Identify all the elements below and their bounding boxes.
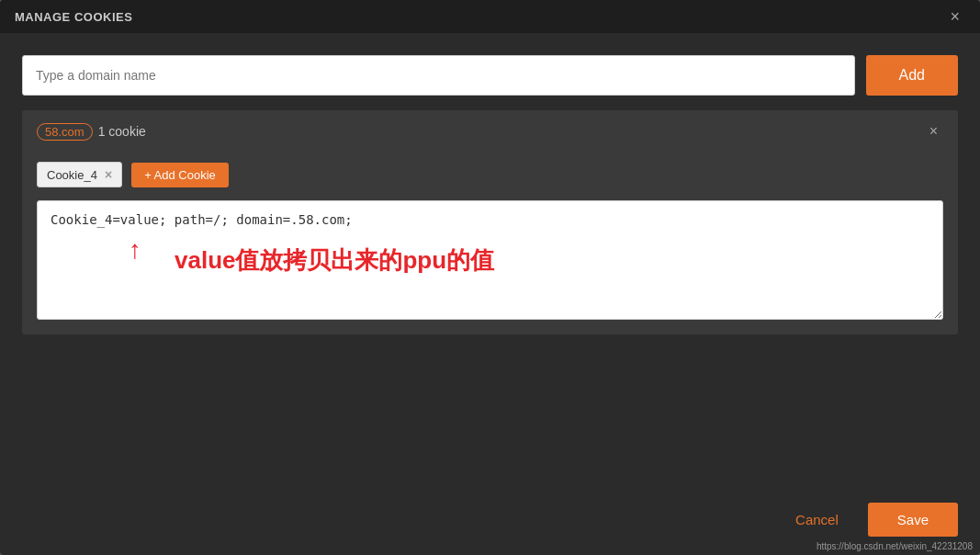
cookie-count: 1 cookie [98, 124, 146, 139]
modal-body: Add 58.com 1 cookie × Cookie_4 × [0, 33, 980, 495]
domain-input-row: Add [22, 55, 958, 96]
modal-title: MANAGE COOKIES [15, 10, 132, 24]
add-cookie-button[interactable]: + Add Cookie [131, 163, 229, 187]
cookie-tag-remove[interactable]: × [105, 167, 112, 182]
cookie-tag-name: Cookie_4 [47, 168, 97, 182]
domain-close-button[interactable]: × [924, 121, 943, 142]
url-watermark: https://blog.csdn.net/weixin_42231208 [817, 541, 973, 551]
cookie-tags-row: Cookie_4 × + Add Cookie [22, 153, 958, 197]
cancel-button[interactable]: Cancel [777, 503, 857, 537]
domain-section: 58.com 1 cookie × Cookie_4 × + Add Cooki… [22, 110, 958, 334]
cookie-tag: Cookie_4 × [37, 162, 122, 187]
save-button[interactable]: Save [868, 503, 958, 537]
domain-section-header: 58.com 1 cookie × [22, 110, 958, 153]
domain-input[interactable] [22, 55, 855, 96]
close-button[interactable]: × [944, 6, 965, 27]
manage-cookies-modal: MANAGE COOKIES × Add 58.com 1 cookie × [0, 0, 980, 555]
cookie-textarea[interactable]: Cookie_4=value; path=/; domain=.58.com; [37, 200, 943, 320]
add-domain-button[interactable]: Add [866, 55, 958, 96]
domain-section-title: 58.com 1 cookie [37, 123, 146, 141]
modal-header: MANAGE COOKIES × [0, 0, 980, 33]
cookie-editor-area: Cookie_4=value; path=/; domain=.58.com; … [37, 200, 943, 323]
domain-badge: 58.com [37, 123, 93, 141]
